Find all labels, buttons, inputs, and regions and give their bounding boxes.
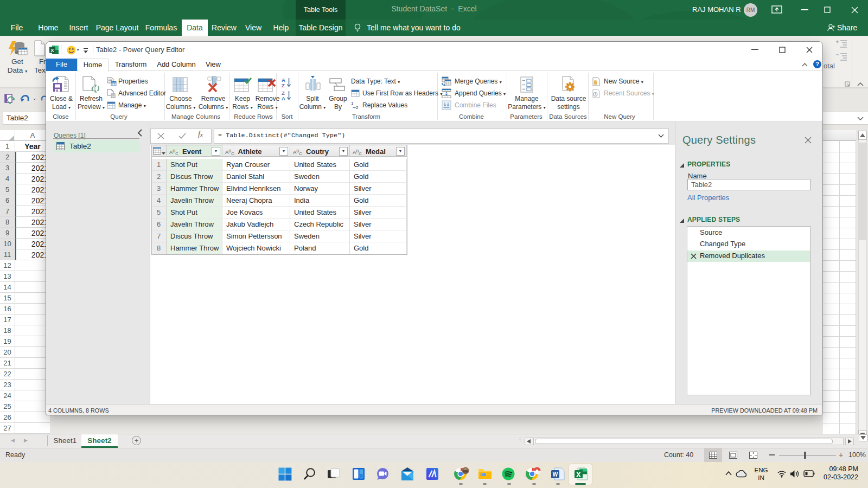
- svg-text:2: 2: [356, 105, 359, 110]
- svg-text:ECO: ECO: [481, 473, 487, 476]
- svg-text:Z: Z: [282, 82, 285, 88]
- svg-text:X: X: [50, 47, 54, 53]
- svg-text:A: A: [282, 95, 285, 101]
- svg-text:1: 1: [351, 101, 354, 106]
